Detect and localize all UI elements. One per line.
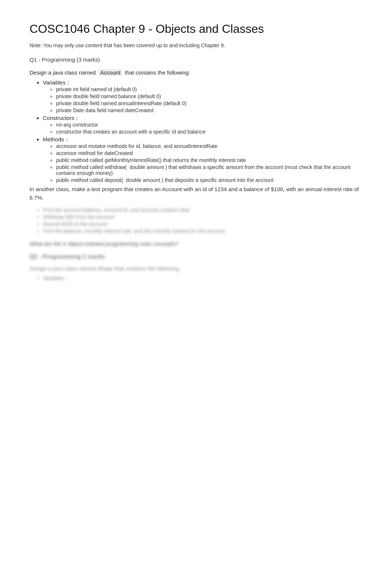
test-paragraph: In another class, make a test program th…	[30, 185, 362, 202]
blurred-oop-question: What are the 4 object-oriented programmi…	[30, 241, 362, 247]
constructors-list: no-arg constructor constructor that crea…	[56, 122, 362, 135]
variable-item: private double field named annualInteres…	[56, 100, 362, 106]
blurred-q2-label: Q2 - Programming 2 marks	[30, 253, 362, 260]
blurred-q2-variables-list: Variables：	[43, 275, 362, 282]
blurred-test-items: Print the account balance, account id, a…	[43, 207, 362, 234]
class-name-highlight: Account	[99, 69, 122, 76]
variables-list: private int field named id (default 0) p…	[56, 86, 362, 113]
blurred-item: Withdraw $30 from the account	[43, 214, 362, 220]
variables-section: Variables： private int field named id (d…	[43, 79, 362, 113]
method-item: public method called getMonthlyInterestR…	[56, 157, 362, 163]
blurred-item: Deposit $100 to the account	[43, 221, 362, 227]
constructors-section: Constructors： no-arg constructor constru…	[43, 115, 362, 135]
blurred-q2-variables-label: Variables：	[43, 275, 362, 282]
methods-section: Methods： accessor and mutator methods fo…	[43, 136, 362, 183]
variable-item: private Date data field named dateCreate…	[56, 107, 362, 113]
note-text: Note: You may only use content that has …	[30, 42, 362, 48]
main-bullet-list: Variables： private int field named id (d…	[43, 79, 362, 183]
variable-item: private int field named id (default 0)	[56, 86, 362, 92]
method-item: public method called deposit( double amo…	[56, 177, 362, 183]
design-prefix: Design a java class named	[30, 69, 96, 76]
methods-label: Methods：	[43, 136, 70, 142]
constructors-label: Constructors：	[43, 115, 80, 121]
blurred-item: Print the account balance, account id, a…	[43, 207, 362, 213]
methods-list: accessor and mutator methods for id, bal…	[56, 143, 362, 183]
design-instruction: Design a java class named Account that c…	[30, 69, 362, 76]
page-title: COSC1046 Chapter 9 - Objects and Classes	[30, 22, 362, 36]
q1-label: Q1 - Programming (3 marks)	[30, 56, 362, 63]
variable-item: private double field named balance (defa…	[56, 93, 362, 99]
method-item: accessor and mutator methods for id, bal…	[56, 143, 362, 149]
variables-label: Variables：	[43, 79, 71, 86]
constructor-item: constructor that creates an account with…	[56, 129, 362, 135]
constructor-item: no-arg constructor	[56, 122, 362, 128]
blurred-item: Print the balance, monthly interest rate…	[43, 228, 362, 234]
design-suffix: that contains the following:	[125, 69, 190, 76]
method-item: accessor method for dateCreated	[56, 150, 362, 156]
blurred-q2-design: Design a java class named Shape that con…	[30, 265, 362, 272]
method-item: public method called withdraw( double am…	[56, 164, 362, 176]
